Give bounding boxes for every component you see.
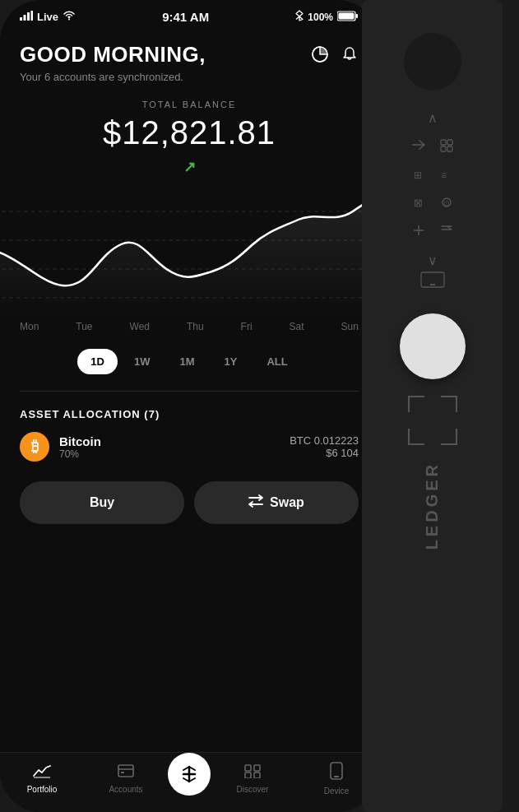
period-1y[interactable]: 1Y [211, 349, 251, 374]
asset-amount-bitcoin: BTC 0.012223 [290, 434, 359, 447]
svg-rect-24 [447, 140, 452, 145]
header-icons[interactable] [311, 45, 359, 67]
bottom-nav: Portfolio Accounts [0, 752, 378, 812]
pie-chart-icon[interactable] [311, 45, 329, 67]
battery-icon [337, 11, 359, 24]
ledger-up-arrow: ∧ [428, 110, 438, 126]
day-mon: Mon [20, 321, 39, 332]
divider [20, 391, 359, 392]
ledger-ctrl-7 [436, 220, 457, 243]
asset-percent-bitcoin: 70% [59, 448, 280, 460]
svg-text:⊙: ⊙ [443, 199, 450, 207]
nav-accounts-label: Accounts [109, 785, 142, 794]
asset-section: ASSET ALLOCATION (7) ₿ Bitcoin 70% BTC 0… [0, 398, 378, 462]
balance-chart [0, 183, 378, 314]
svg-rect-2 [27, 12, 30, 21]
asset-usd-bitcoin: $6 104 [290, 447, 359, 459]
svg-rect-7 [356, 14, 359, 18]
asset-name-bitcoin: Bitcoin [59, 434, 280, 448]
main-content: GOOD MORNING, Your 6 accounts a [0, 29, 378, 176]
ledger-ctrl-3: ⊞ [408, 165, 429, 187]
svg-rect-35 [430, 284, 435, 285]
action-buttons: Buy Swap [0, 468, 378, 534]
day-tue: Tue [76, 321, 92, 332]
battery-label: 100% [308, 12, 333, 23]
svg-rect-0 [20, 17, 22, 21]
ledger-ctrl-plus [408, 220, 429, 243]
ledger-screen-icon [420, 271, 445, 290]
trend-arrow: ↗ [20, 158, 359, 176]
nav-portfolio[interactable]: Portfolio [0, 763, 84, 794]
chart-container [0, 183, 378, 314]
buy-button[interactable]: Buy [20, 481, 184, 524]
wifi-icon [63, 11, 76, 23]
up-arrow-icon: ↗ [183, 159, 196, 175]
nav-center-button[interactable] [168, 753, 211, 796]
status-bar: Live 9:41 AM 100% [0, 0, 378, 29]
svg-text:⊞: ⊞ [414, 169, 422, 181]
nav-device-label: Device [324, 786, 350, 796]
signal-bars [20, 11, 33, 23]
portfolio-icon [33, 763, 51, 782]
day-sat: Sat [290, 321, 304, 332]
phone-container: Live 9:41 AM 100% [0, 0, 378, 812]
status-right: 100% [295, 10, 359, 24]
day-thu: Thu [187, 321, 204, 332]
ledger-camera [404, 33, 461, 90]
balance-label: TOTAL BALANCE [20, 100, 359, 109]
day-fri: Fri [241, 321, 253, 332]
svg-rect-23 [441, 140, 446, 145]
nav-discover[interactable]: Discover [211, 763, 294, 794]
balance-amount: $12,821.81 [20, 114, 359, 151]
ledger-button[interactable] [400, 313, 466, 379]
bell-icon[interactable] [341, 45, 359, 67]
period-all[interactable]: ALL [253, 349, 300, 374]
ledger-corners [408, 396, 457, 445]
swap-button[interactable]: Swap [194, 481, 359, 524]
header-row: GOOD MORNING, [20, 42, 359, 67]
asset-row-bitcoin: ₿ Bitcoin 70% BTC 0.012223 $6 104 [20, 432, 359, 462]
nav-accounts[interactable]: Accounts [84, 763, 168, 794]
svg-rect-22 [334, 776, 339, 777]
ledger-ctrl-2 [436, 136, 457, 158]
ledger-device: ∧ ⊞ ≡ ⊠ ⊙ ∨ [362, 0, 503, 812]
bluetooth-icon [295, 10, 304, 24]
asset-values-bitcoin: BTC 0.012223 $6 104 [290, 434, 359, 459]
greeting-text: GOOD MORNING, [20, 42, 206, 67]
period-1w[interactable]: 1W [121, 349, 164, 374]
period-1m[interactable]: 1M [166, 349, 207, 374]
svg-rect-1 [24, 15, 26, 21]
svg-point-4 [68, 19, 70, 21]
discover-icon [243, 763, 262, 782]
ledger-controls: ⊞ ≡ ⊠ ⊙ [401, 129, 464, 249]
device-icon [329, 762, 344, 783]
svg-rect-19 [245, 773, 251, 778]
status-left: Live [20, 11, 76, 23]
nav-portfolio-label: Portfolio [27, 785, 58, 794]
day-labels: Mon Tue Wed Thu Fri Sat Sun [0, 314, 378, 339]
status-time: 9:41 AM [162, 10, 209, 24]
day-wed: Wed [130, 321, 150, 332]
bitcoin-icon: ₿ [20, 432, 49, 462]
period-selector: 1D 1W 1M 1Y ALL [0, 339, 378, 384]
ledger-ctrl-1 [408, 136, 429, 158]
day-sun: Sun [341, 321, 359, 332]
subtitle-text: Your 6 accounts are synchronized. [20, 71, 359, 83]
carrier-label: Live [37, 11, 58, 23]
asset-title: ASSET ALLOCATION (7) [20, 408, 359, 420]
asset-info-bitcoin: Bitcoin 70% [59, 434, 280, 460]
ledger-ctrl-6: ⊙ [436, 193, 457, 214]
nav-discover-label: Discover [237, 785, 269, 794]
svg-text:≡: ≡ [441, 169, 447, 181]
svg-rect-17 [245, 765, 251, 771]
svg-rect-16 [121, 772, 124, 773]
svg-rect-14 [118, 765, 133, 777]
ledger-ctrl-5: ⊠ [408, 193, 429, 214]
accounts-icon [117, 763, 135, 782]
svg-rect-8 [339, 12, 354, 19]
buy-label: Buy [90, 495, 114, 510]
svg-rect-3 [31, 11, 34, 21]
period-1d[interactable]: 1D [77, 349, 118, 374]
svg-rect-25 [441, 146, 446, 151]
ledger-down-arrow: ∨ [428, 253, 438, 268]
